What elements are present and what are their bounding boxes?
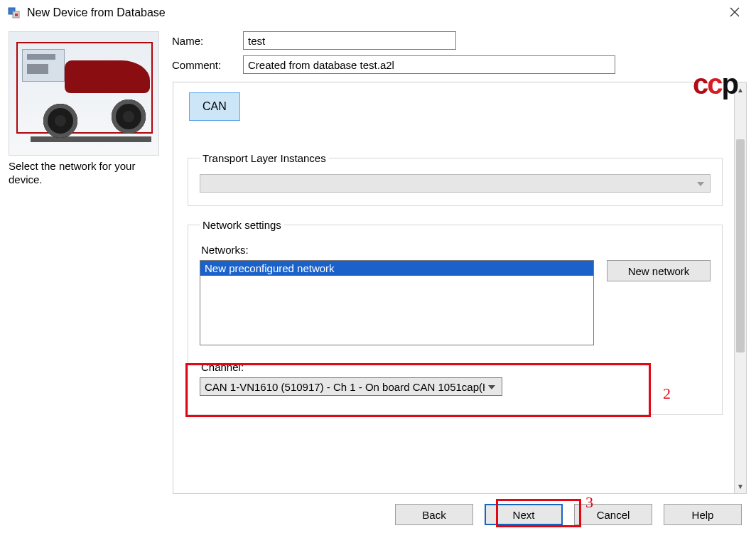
networks-label: Networks: bbox=[201, 244, 711, 256]
wizard-illustration bbox=[9, 31, 159, 156]
app-icon bbox=[7, 6, 21, 20]
networks-listbox[interactable]: New preconfigured network bbox=[200, 260, 594, 345]
transport-layer-legend: Transport Layer Instances bbox=[200, 152, 329, 164]
scroll-down-icon[interactable]: ▼ bbox=[735, 479, 746, 493]
next-button[interactable]: Next bbox=[485, 504, 563, 525]
annotation-number-2: 2 bbox=[663, 384, 671, 403]
settings-panel: CAN Transport Layer Instances Network se… bbox=[173, 82, 734, 494]
svg-rect-2 bbox=[15, 14, 18, 16]
vertical-scrollbar[interactable]: ▲ ▼ bbox=[734, 82, 747, 494]
new-network-button[interactable]: New network bbox=[607, 260, 711, 281]
annotation-number-3: 3 bbox=[585, 493, 593, 512]
back-button[interactable]: Back bbox=[395, 504, 473, 525]
name-input[interactable] bbox=[243, 31, 456, 50]
name-label: Name: bbox=[172, 35, 243, 47]
network-list-item[interactable]: New preconfigured network bbox=[200, 261, 593, 276]
comment-input[interactable] bbox=[243, 55, 615, 74]
transport-layer-group: Transport Layer Instances bbox=[188, 152, 723, 206]
network-settings-group: Network settings Networks: New preconfig… bbox=[188, 219, 723, 415]
scroll-track[interactable] bbox=[735, 97, 746, 479]
channel-label: Channel: bbox=[201, 361, 711, 373]
wizard-footer: Back Next Cancel Help 3 bbox=[0, 496, 756, 533]
scroll-thumb[interactable] bbox=[736, 139, 745, 352]
transport-layer-select bbox=[200, 174, 711, 193]
help-button[interactable]: Help bbox=[664, 504, 742, 525]
title-bar: New Device from Database bbox=[0, 0, 756, 26]
comment-label: Comment: bbox=[172, 59, 243, 71]
protocol-tab-can[interactable]: CAN bbox=[189, 92, 240, 121]
wizard-help-text: Select the network for your device. bbox=[9, 160, 159, 187]
channel-select[interactable]: CAN 1-VN1610 (510917) - Ch 1 - On board … bbox=[200, 377, 502, 396]
network-settings-legend: Network settings bbox=[200, 219, 284, 231]
ccp-logo: ccp bbox=[693, 68, 738, 100]
close-icon[interactable] bbox=[720, 6, 749, 21]
window-title: New Device from Database bbox=[27, 6, 720, 19]
